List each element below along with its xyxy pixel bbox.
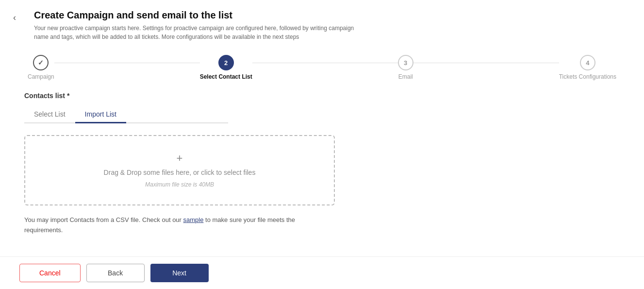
footer: Cancel Back Next — [0, 256, 644, 289]
step-line-1 — [54, 63, 200, 63]
step-1-label: Campaign — [28, 73, 54, 80]
step-1: ✓ Campaign — [28, 55, 54, 80]
step-2-circle: 2 — [218, 55, 234, 70]
tab-import-list[interactable]: Import List — [75, 106, 126, 123]
back-button[interactable]: Back — [86, 264, 145, 282]
dropzone-subtext: Maximum file size is 40MB — [145, 181, 214, 188]
plus-icon: + — [177, 153, 183, 164]
tabs-container: Select List Import List — [24, 106, 228, 123]
info-text: You may import Contacts from a CSV file.… — [24, 215, 325, 236]
back-arrow[interactable]: ‹ — [8, 11, 21, 24]
file-dropzone[interactable]: + Drag & Drop some files here, or click … — [24, 135, 335, 205]
step-4-label: Tickets Configurations — [559, 73, 616, 80]
page-description: Your new proactive campaign starts here.… — [34, 24, 364, 41]
stepper: ✓ Campaign 2 Select Contact List 3 Email… — [19, 55, 625, 80]
next-button[interactable]: Next — [150, 264, 209, 282]
page-title: Create Campaign and send email to the li… — [34, 10, 625, 21]
cancel-button[interactable]: Cancel — [19, 264, 81, 282]
step-3: 3 Email — [398, 55, 413, 80]
step-4: 4 Tickets Configurations — [559, 55, 616, 80]
step-3-circle: 3 — [398, 55, 413, 70]
step-3-label: Email — [398, 73, 413, 80]
step-1-circle: ✓ — [33, 55, 49, 70]
tab-select-list[interactable]: Select List — [24, 106, 75, 123]
sample-link[interactable]: sample — [183, 216, 204, 223]
step-2: 2 Select Contact List — [200, 55, 252, 80]
step-4-circle: 4 — [580, 55, 595, 70]
dropzone-text: Drag & Drop some files here, or click to… — [104, 169, 256, 176]
step-line-3 — [413, 63, 559, 63]
contacts-list-label: Contacts list * — [24, 92, 625, 100]
step-2-label: Select Contact List — [200, 73, 252, 80]
step-line-2 — [252, 63, 398, 63]
